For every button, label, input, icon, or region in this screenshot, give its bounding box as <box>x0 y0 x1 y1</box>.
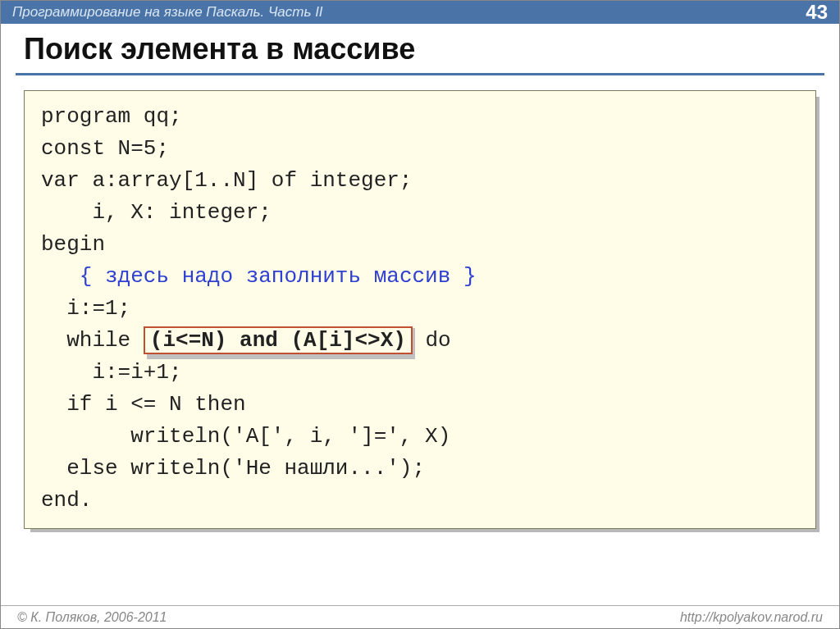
course-title: Программирование на языке Паскаль. Часть… <box>12 4 323 21</box>
code-line: i, X: integer; <box>41 197 799 229</box>
title-underline <box>16 73 824 75</box>
title-area: Поиск элемента в массиве <box>1 24 839 68</box>
code-line: const N=5; <box>41 133 799 165</box>
code-text: do <box>413 328 451 353</box>
code-line: writeln('A[', i, ']=', X) <box>41 421 799 453</box>
code-indent <box>41 264 80 289</box>
code-line: begin <box>41 229 799 261</box>
footer-bar: © К. Поляков, 2006-2011 http://kpolyakov… <box>1 605 839 628</box>
slide-title: Поиск элемента в массиве <box>24 32 816 66</box>
code-line: { здесь надо заполнить массив } <box>41 261 799 293</box>
code-comment: { здесь надо заполнить массив } <box>80 264 477 289</box>
code-block: program qq; const N=5; var a:array[1..N]… <box>24 90 816 529</box>
code-line: var a:array[1..N] of integer; <box>41 165 799 197</box>
footer-url: http://kpolyakov.narod.ru <box>680 610 823 625</box>
code-line: i:=i+1; <box>41 357 799 389</box>
header-bar: Программирование на языке Паскаль. Часть… <box>1 1 839 24</box>
code-line: if i <= N then <box>41 389 799 421</box>
code-text: while <box>41 328 144 353</box>
code-line: end. <box>41 485 799 517</box>
page-number: 43 <box>806 1 828 24</box>
highlight-condition: (i<=N) and (A[i]<>X) <box>144 326 413 354</box>
code-line: program qq; <box>41 101 799 133</box>
copyright-text: © К. Поляков, 2006-2011 <box>17 610 167 625</box>
code-box: program qq; const N=5; var a:array[1..N]… <box>24 90 816 529</box>
highlight-box: (i<=N) and (A[i]<>X) <box>144 325 413 357</box>
code-line: i:=1; <box>41 293 799 325</box>
code-line: while (i<=N) and (A[i]<>X) do <box>41 325 799 357</box>
code-line: else writeln('Не нашли...'); <box>41 453 799 485</box>
slide: Программирование на языке Паскаль. Часть… <box>0 0 840 629</box>
